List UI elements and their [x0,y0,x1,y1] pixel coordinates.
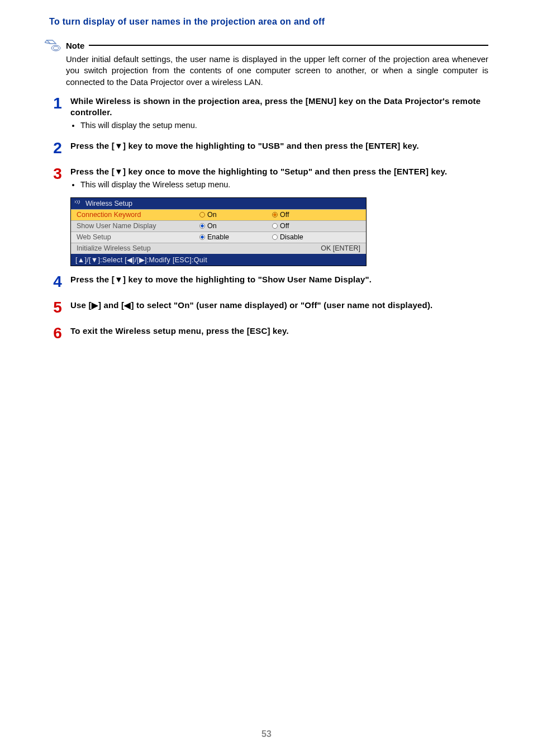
svg-point-1 [53,46,59,50]
step-number: 4 [45,273,70,291]
step-heading: To exit the Wireless setup menu, press t… [70,325,488,337]
step-body: Press the [▼] key once to move the highl… [70,166,488,192]
step-number: 5 [45,299,70,316]
radio-icon [199,234,205,240]
step-body: Press the [▼] key to move the highlighti… [70,274,488,285]
note-block: Note Under initial default settings, the… [45,38,488,88]
note-rule [89,45,488,46]
wireless-setup-row-label: Connection Keyword [71,211,199,219]
step-body: Use [▶] and [◀] to select "On" (user nam… [70,300,488,311]
pencil-note-icon [45,38,64,53]
step: 4Press the [▼] key to move the highlight… [45,274,488,292]
step-bullets: This will display the Wireless setup men… [70,179,488,190]
step-heading: While Wireless is shown in the projectio… [70,96,488,118]
wireless-setup-footer: [▲]/[▼]:Select [◀]/[▶]:Modify [ESC]:Quit [71,254,366,266]
note-label: Note [66,41,88,50]
wireless-setup-row: Initialize Wireless SetupOK [ENTER] [71,243,366,254]
wireless-setup-option: Off [272,211,345,219]
wireless-setup-option: Enable [199,233,272,241]
step: 3Press the [▼] key once to move the high… [45,166,488,192]
note-body: Under initial default settings, the user… [66,54,488,88]
wireless-setup-row: Web SetupEnableDisable [71,231,366,243]
wireless-setup-row-label: Initialize Wireless Setup [71,244,199,252]
step: 1While Wireless is shown in the projecti… [45,96,488,133]
step-heading: Use [▶] and [◀] to select "On" (user nam… [70,300,488,311]
wireless-setup-option: Disable [272,233,345,241]
step-heading: Press the [▼] key to move the highlighti… [70,274,488,285]
step-body: To exit the Wireless setup menu, press t… [70,325,488,337]
radio-icon [272,234,278,240]
step-number: 6 [45,324,70,342]
step: 2Press the [▼] key to move the highlight… [45,140,488,158]
radio-icon [272,212,278,218]
step-heading: Press the [▼] key once to move the highl… [70,166,488,177]
step-bullets: This will display the setup menu. [70,120,488,131]
section-title: To turn display of user names in the pro… [49,17,488,27]
step-number: 3 [45,165,70,183]
step-body: While Wireless is shown in the projectio… [70,96,488,133]
step-bullet: This will display the setup menu. [80,120,488,131]
wireless-setup-row-label: Web Setup [71,233,199,241]
wireless-setup-title: Wireless Setup [71,198,366,209]
radio-icon [272,223,278,229]
wireless-setup-row: Show User Name DisplayOnOff [71,220,366,231]
radio-icon [199,223,205,229]
steps-list: 1While Wireless is shown in the projecti… [45,96,488,343]
step-body: Press the [▼] key to move the highlighti… [70,140,488,152]
wireless-setup-option: On [199,222,272,230]
step-number: 2 [45,139,70,157]
step-number: 1 [45,94,70,112]
wireless-setup-row: Connection KeywordOnOff [71,209,366,220]
wireless-setup-option: Off [272,222,345,230]
wireless-setup-row-right: OK [ENTER] [199,244,366,252]
step: 6To exit the Wireless setup menu, press … [45,325,488,343]
step-heading: Press the [▼] key to move the highlighti… [70,140,488,152]
wireless-setup-option: On [199,211,272,219]
step: 5Use [▶] and [◀] to select "On" (user na… [45,300,488,318]
radio-icon [199,212,205,218]
step-bullet: This will display the Wireless setup men… [80,179,488,190]
wireless-setup-row-label: Show User Name Display [71,222,199,230]
wireless-icon [74,200,82,207]
wireless-setup-screenshot: Wireless SetupConnection KeywordOnOffSho… [70,197,367,266]
page-number: 53 [0,729,533,739]
